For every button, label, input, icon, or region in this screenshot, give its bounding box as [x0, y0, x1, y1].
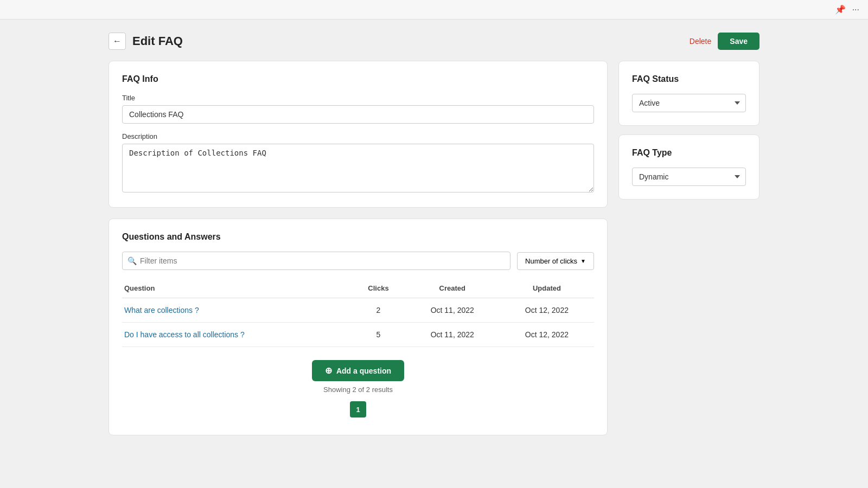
col-updated: Updated — [500, 279, 594, 298]
save-button[interactable]: Save — [718, 33, 760, 50]
question-link-1[interactable]: Do I have access to all collections ? — [124, 330, 245, 339]
right-column: FAQ Status Active Inactive FAQ Type Dyna… — [618, 61, 760, 200]
description-input[interactable]: Description of Collections FAQ — [122, 144, 594, 192]
page-title: Edit FAQ — [132, 34, 183, 48]
faq-status-title: FAQ Status — [632, 74, 746, 84]
updated-cell: Oct 12, 2022 — [500, 323, 594, 347]
clicks-cell: 2 — [352, 298, 405, 323]
title-input[interactable] — [122, 105, 594, 124]
add-question-button[interactable]: ⊕ Add a question — [312, 360, 404, 381]
question-link-0[interactable]: What are collections ? — [124, 306, 199, 314]
main-content: FAQ Info Title Description Description o… — [108, 61, 760, 435]
created-cell: Oct 11, 2022 — [405, 298, 500, 323]
sort-button[interactable]: Number of clicks ▼ — [517, 252, 594, 270]
chevron-down-icon: ▼ — [580, 258, 586, 264]
col-created: Created — [405, 279, 500, 298]
faq-status-select[interactable]: Active Inactive — [632, 94, 746, 112]
table-row: What are collections ? 2 Oct 11, 2022 Oc… — [122, 298, 594, 323]
col-question: Question — [122, 279, 352, 298]
qa-bottom: ⊕ Add a question Showing 2 of 2 results … — [122, 347, 594, 422]
faq-type-select[interactable]: Dynamic Static — [632, 168, 746, 186]
table-header-row: Question Clicks Created Updated — [122, 279, 594, 298]
pagination: 1 — [350, 401, 366, 418]
description-label: Description — [122, 132, 594, 140]
filter-wrap: 🔍 — [122, 252, 510, 270]
faq-type-card: FAQ Type Dynamic Static — [618, 134, 760, 200]
search-icon: 🔍 — [127, 256, 137, 265]
clicks-cell: 5 — [352, 323, 405, 347]
qa-card: Questions and Answers 🔍 Number of clicks… — [108, 219, 608, 435]
qa-section-title: Questions and Answers — [122, 232, 594, 242]
delete-button[interactable]: Delete — [690, 37, 711, 46]
sort-label: Number of clicks — [525, 257, 577, 265]
faq-type-title: FAQ Type — [632, 148, 746, 158]
back-button[interactable]: ← — [108, 33, 126, 50]
title-label: Title — [122, 94, 594, 102]
filter-input[interactable] — [122, 252, 510, 270]
updated-cell: Oct 12, 2022 — [500, 298, 594, 323]
faq-info-card: FAQ Info Title Description Description o… — [108, 61, 608, 208]
table-row: Do I have access to all collections ? 5 … — [122, 323, 594, 347]
left-column: FAQ Info Title Description Description o… — [108, 61, 608, 435]
showing-text: Showing 2 of 2 results — [323, 386, 393, 394]
created-cell: Oct 11, 2022 — [405, 323, 500, 347]
title-field-group: Title — [122, 94, 594, 124]
pin-icon[interactable]: 📌 — [835, 4, 846, 15]
description-field-group: Description Description of Collections F… — [122, 132, 594, 194]
page-header: ← Edit FAQ Delete Save — [108, 33, 760, 50]
faq-status-card: FAQ Status Active Inactive — [618, 61, 760, 126]
faq-info-title: FAQ Info — [122, 74, 594, 84]
top-bar: 📌 ··· — [0, 0, 868, 20]
page-container: ← Edit FAQ Delete Save FAQ Info Title De… — [0, 20, 868, 448]
page-header-left: ← Edit FAQ — [108, 33, 183, 50]
add-question-label: Add a question — [336, 367, 391, 375]
page-1-button[interactable]: 1 — [350, 401, 366, 418]
header-actions: Delete Save — [690, 33, 760, 50]
qa-table: Question Clicks Created Updated What are… — [122, 279, 594, 347]
qa-controls: 🔍 Number of clicks ▼ — [122, 252, 594, 270]
plus-icon: ⊕ — [325, 365, 332, 376]
col-clicks: Clicks — [352, 279, 405, 298]
more-icon[interactable]: ··· — [852, 5, 859, 15]
